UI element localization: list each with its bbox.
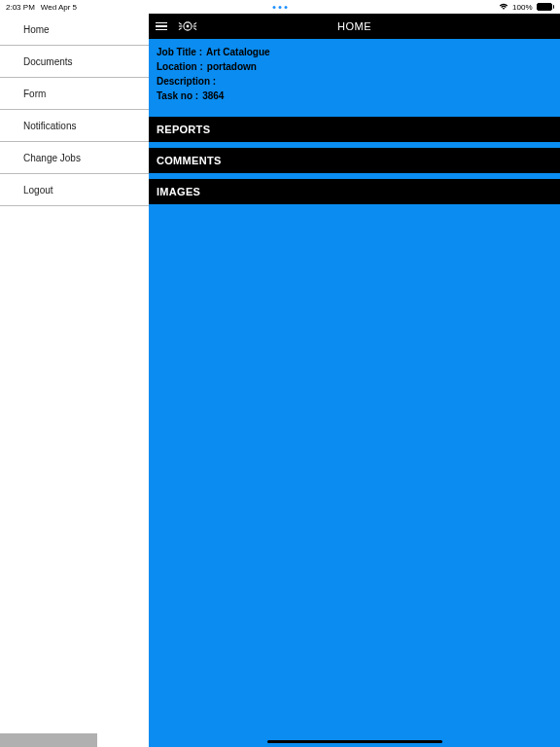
logo-icon (178, 19, 197, 33)
section-comments[interactable]: COMMENTS (149, 148, 560, 173)
page-title: HOME (337, 20, 371, 32)
multitask-dot (273, 6, 276, 9)
battery-percent: 100% (512, 3, 532, 12)
sidebar-item-notifications[interactable]: Notifications (0, 110, 149, 142)
home-indicator[interactable] (267, 740, 442, 743)
multitask-dot (285, 6, 288, 9)
job-title-label: Job Title : (157, 45, 202, 59)
status-time: 2:03 PM (6, 3, 35, 12)
task-no-row: Task no : 3864 (157, 89, 552, 103)
sidebar-item-documents[interactable]: Documents (0, 46, 149, 78)
sidebar-item-label: Change Jobs (23, 153, 81, 163)
task-no-label: Task no : (157, 89, 198, 103)
header-bar: HOME (149, 14, 560, 39)
status-right: 100% (499, 3, 554, 12)
description-row: Description : (157, 74, 552, 89)
main-panel: HOME Job Title : Art Catalogue Location … (149, 14, 560, 747)
job-info-block: Job Title : Art Catalogue Location : por… (149, 39, 560, 111)
menu-icon[interactable] (149, 22, 174, 31)
svg-line-2 (179, 22, 182, 24)
wifi-icon (499, 3, 508, 11)
sidebar-item-home[interactable]: Home (0, 14, 149, 46)
svg-line-7 (193, 28, 196, 30)
multitask-dot (279, 6, 282, 9)
description-label: Description : (157, 74, 216, 89)
sidebar-item-form[interactable]: Form (0, 78, 149, 110)
sidebar-item-label: Form (23, 89, 46, 99)
svg-line-5 (193, 22, 196, 24)
status-bar: 2:03 PM Wed Apr 5 100% (0, 0, 560, 14)
sidebar: Home Documents Form Notifications Change… (0, 14, 149, 747)
sidebar-item-label: Documents (23, 56, 73, 67)
location-value: portadown (207, 59, 257, 74)
job-title-value: Art Catalogue (206, 45, 270, 59)
sidebar-item-label: Home (23, 24, 50, 35)
status-date: Wed Apr 5 (41, 3, 77, 12)
sidebar-item-change-jobs[interactable]: Change Jobs (0, 142, 149, 174)
section-reports[interactable]: REPORTS (149, 117, 560, 142)
svg-point-1 (187, 25, 190, 28)
sidebar-item-logout[interactable]: Logout (0, 174, 149, 206)
sidebar-footer-strip (0, 733, 97, 747)
sidebar-item-label: Logout (23, 185, 53, 196)
svg-line-4 (179, 28, 182, 30)
battery-icon (537, 3, 555, 11)
location-label: Location : (157, 59, 203, 74)
sidebar-item-label: Notifications (23, 121, 76, 131)
section-images[interactable]: IMAGES (149, 179, 560, 204)
task-no-value: 3864 (202, 89, 224, 103)
location-row: Location : portadown (157, 59, 552, 74)
status-left: 2:03 PM Wed Apr 5 (6, 3, 77, 12)
job-title-row: Job Title : Art Catalogue (157, 45, 552, 59)
status-dots (273, 6, 288, 9)
